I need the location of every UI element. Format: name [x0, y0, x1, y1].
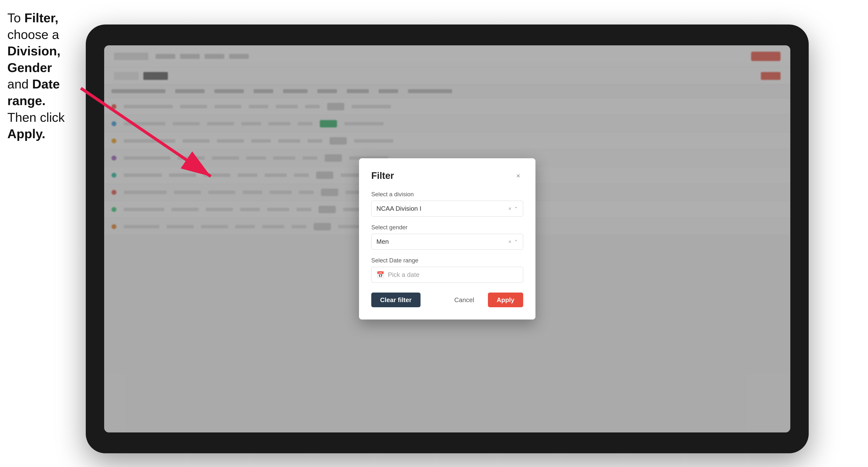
filter-modal: Filter × Select a division NCAA Division… [359, 158, 535, 319]
division-form-group: Select a division NCAA Division I × ⌃ [371, 191, 523, 217]
date-form-group: Select Date range 📅 Pick a date [371, 257, 523, 283]
division-select-controls: × ⌃ [508, 206, 518, 212]
gender-chevron-icon: ⌃ [514, 239, 518, 245]
modal-overlay: Filter × Select a division NCAA Division… [104, 45, 790, 432]
gender-label: Select gender [371, 224, 523, 231]
date-placeholder: Pick a date [388, 271, 420, 279]
division-chevron-icon: ⌃ [514, 206, 518, 212]
apply-button[interactable]: Apply [488, 292, 523, 307]
modal-header: Filter × [371, 170, 523, 181]
gender-select[interactable]: Men × ⌃ [371, 234, 523, 250]
modal-close-button[interactable]: × [514, 171, 523, 181]
instruction-text: To Filter, choose aDivision, Genderand D… [7, 10, 86, 142]
gender-value: Men [376, 238, 508, 246]
date-label: Select Date range [371, 257, 523, 264]
modal-title: Filter [371, 170, 394, 181]
clear-filter-button[interactable]: Clear filter [371, 292, 421, 307]
calendar-icon: 📅 [376, 271, 384, 279]
modal-footer: Clear filter Cancel Apply [371, 292, 523, 307]
footer-right-buttons: Cancel Apply [445, 292, 523, 307]
gender-clear-icon[interactable]: × [508, 239, 512, 245]
tablet-frame: Filter × Select a division NCAA Division… [86, 25, 809, 453]
division-clear-icon[interactable]: × [508, 206, 512, 212]
division-label: Select a division [371, 191, 523, 198]
gender-select-controls: × ⌃ [508, 239, 518, 245]
gender-form-group: Select gender Men × ⌃ [371, 224, 523, 250]
tablet-screen: Filter × Select a division NCAA Division… [104, 45, 790, 432]
division-select[interactable]: NCAA Division I × ⌃ [371, 201, 523, 217]
cancel-button[interactable]: Cancel [445, 292, 483, 307]
division-value: NCAA Division I [376, 205, 508, 212]
date-input[interactable]: 📅 Pick a date [371, 267, 523, 283]
